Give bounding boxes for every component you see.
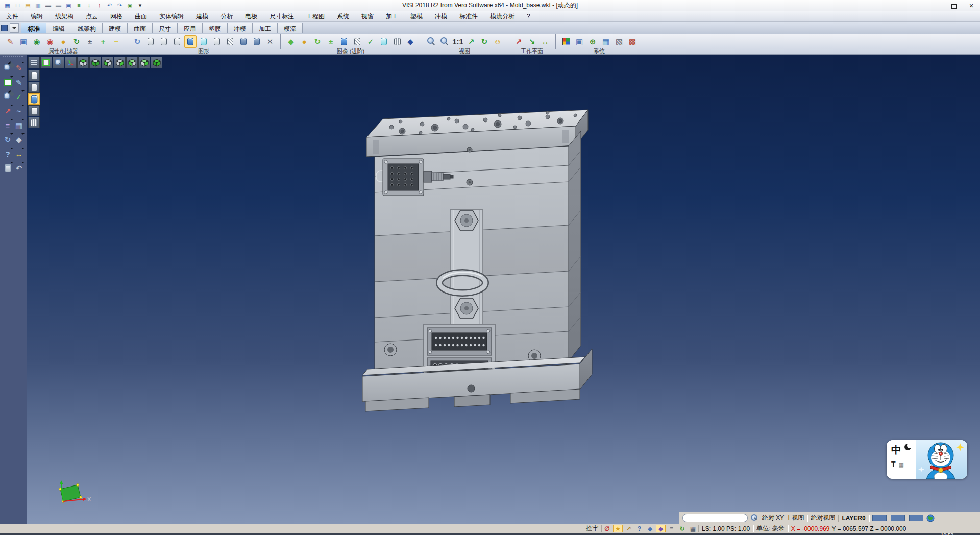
- active-layer-label[interactable]: LAYER0: [842, 515, 865, 522]
- section-cylinder-icon[interactable]: [338, 35, 350, 48]
- build-tool-icon[interactable]: ↗: [624, 525, 633, 532]
- tab-wireframe[interactable]: 线架构: [71, 23, 103, 33]
- menu-window[interactable]: 视窗: [361, 12, 374, 21]
- customize-dropdown-icon[interactable]: ▾: [136, 2, 144, 10]
- sidebar-grip[interactable]: [3, 56, 23, 60]
- tab-dropdown-button[interactable]: [10, 23, 19, 33]
- hiddenline-mode-button[interactable]: [28, 82, 40, 93]
- view-front-button[interactable]: [102, 57, 113, 68]
- striped-cylinder-icon[interactable]: [351, 35, 363, 48]
- erase-pencil-icon[interactable]: ✎: [13, 61, 24, 75]
- menu-mesh[interactable]: 网格: [110, 12, 122, 21]
- hatched-cylinder-icon[interactable]: [224, 35, 236, 48]
- workplane-align-icon[interactable]: ↔: [539, 35, 551, 48]
- snap-cube-icon[interactable]: ◆: [645, 525, 655, 532]
- menu-help[interactable]: ?: [527, 13, 530, 20]
- layer-color-1[interactable]: [872, 515, 887, 521]
- convert-graphics-icon[interactable]: [251, 35, 263, 48]
- view-right-button[interactable]: [138, 57, 150, 68]
- menu-flow-analysis[interactable]: 模流分析: [490, 12, 514, 21]
- view-mode-label[interactable]: 绝对 XY 上视图: [762, 514, 804, 522]
- ime-mode-indicator[interactable]: 中: [891, 443, 901, 457]
- layer-color-2[interactable]: [891, 515, 905, 521]
- coil-mode-button[interactable]: [28, 117, 40, 128]
- view-left-button[interactable]: [126, 57, 138, 68]
- grid-settings-icon[interactable]: ▩: [626, 35, 639, 48]
- tab-standard[interactable]: 标准: [21, 23, 46, 33]
- display-list-icon[interactable]: ≡: [667, 525, 676, 532]
- restore-graphics-icon[interactable]: [237, 35, 250, 48]
- zoom-extents-button[interactable]: [40, 57, 52, 68]
- menu-modeling[interactable]: 建模: [196, 12, 208, 21]
- measure-view-icon[interactable]: ↗: [465, 35, 477, 48]
- layer-palette-icon[interactable]: ≡: [2, 118, 13, 132]
- filter-show-add-icon[interactable]: ◉: [31, 35, 43, 48]
- undo-icon[interactable]: ↶: [105, 2, 114, 10]
- zoom-view-icon[interactable]: [2, 61, 13, 75]
- advanced-plusminus-icon[interactable]: ±: [325, 35, 337, 48]
- layer-stack-icon[interactable]: ≡: [75, 2, 83, 10]
- close-button[interactable]: ×: [963, 0, 980, 11]
- measure-distance-icon[interactable]: ↔: [13, 147, 24, 161]
- dashed-cylinder-icon[interactable]: [171, 35, 183, 48]
- layer-list-button[interactable]: [28, 57, 40, 68]
- zoom-scale-icon[interactable]: [2, 89, 13, 104]
- ime-toolbox-icon[interactable]: T: [891, 460, 896, 468]
- view-iso-button[interactable]: [151, 57, 162, 68]
- advanced-add-view-icon[interactable]: ◆: [285, 35, 297, 48]
- regen-view-icon[interactable]: ↻: [2, 132, 13, 147]
- advanced-state-icon[interactable]: ●: [298, 35, 310, 48]
- solid-cube-icon[interactable]: ◆: [13, 132, 24, 147]
- menu-system[interactable]: 系统: [337, 12, 349, 21]
- attribute-copy-icon[interactable]: ▣: [17, 35, 30, 48]
- open-folder-icon[interactable]: ▤: [23, 2, 32, 10]
- attribute-style-icon[interactable]: ✎: [4, 35, 16, 48]
- globe-icon[interactable]: [926, 514, 935, 522]
- confirm-check-icon[interactable]: ✓: [13, 89, 24, 104]
- filter-remove-icon[interactable]: −: [110, 35, 122, 48]
- view-back-button[interactable]: [114, 57, 126, 68]
- tab-die[interactable]: 冲模: [228, 23, 253, 33]
- wireframe-mode-button[interactable]: [28, 70, 40, 81]
- filter-refresh-icon[interactable]: ↻: [70, 35, 83, 48]
- refresh-view-icon[interactable]: ↻: [478, 35, 491, 48]
- restore-button[interactable]: [945, 0, 963, 11]
- search-icon[interactable]: [751, 514, 759, 522]
- view-top-button[interactable]: [77, 57, 89, 68]
- menu-edit[interactable]: 编辑: [31, 12, 43, 21]
- workplane-triad-icon[interactable]: ↗: [2, 104, 13, 118]
- tab-mold[interactable]: 塑膜: [203, 23, 228, 33]
- halfwidth-moon-icon[interactable]: [904, 444, 911, 450]
- snap-lock-toggle[interactable]: 拴牢: [583, 524, 601, 533]
- copy-icon[interactable]: ▣: [64, 2, 73, 10]
- menu-drawing[interactable]: 工程图: [306, 12, 325, 21]
- filter-add-icon[interactable]: +: [97, 35, 109, 48]
- zoom-solids-icon[interactable]: [438, 35, 451, 48]
- validate-cylinder-icon[interactable]: ✓: [364, 35, 377, 48]
- import-icon[interactable]: ↓: [85, 2, 93, 10]
- wire-coil-icon[interactable]: [391, 35, 403, 48]
- menu-file[interactable]: 文件: [6, 12, 18, 21]
- tab-modeling[interactable]: 建模: [103, 23, 128, 33]
- workplane-create-icon[interactable]: ↗: [512, 35, 525, 48]
- undo-arrow-icon[interactable]: ↶: [13, 161, 24, 175]
- tab-dimension[interactable]: 尺寸: [153, 23, 178, 33]
- zoom-window-icon[interactable]: [2, 75, 13, 89]
- menu-die[interactable]: 冲模: [435, 12, 447, 21]
- hiddenline-cylinder-icon[interactable]: [158, 35, 170, 48]
- tab-flow[interactable]: 模流: [278, 23, 303, 33]
- flat-cylinder-icon[interactable]: [211, 35, 223, 48]
- snap-disable-icon[interactable]: ∅: [602, 525, 612, 532]
- scale-1to1-icon[interactable]: 1:1: [452, 35, 464, 48]
- menu-standard-parts[interactable]: 标准件: [459, 12, 478, 21]
- tab-edit[interactable]: 编辑: [46, 23, 71, 33]
- shaded-mode-button[interactable]: [28, 93, 40, 105]
- redo-icon[interactable]: ↷: [115, 2, 124, 10]
- auto-rotate-icon[interactable]: ↻: [677, 525, 687, 532]
- menu-wireframe[interactable]: 线架构: [55, 12, 74, 21]
- image-settings-icon[interactable]: ▣: [573, 35, 585, 48]
- snapshot-icon[interactable]: ◉: [126, 2, 134, 10]
- print-icon[interactable]: ▬: [44, 2, 53, 10]
- spline-edit-icon[interactable]: ~: [13, 104, 24, 118]
- filter-state-icon[interactable]: ●: [57, 35, 69, 48]
